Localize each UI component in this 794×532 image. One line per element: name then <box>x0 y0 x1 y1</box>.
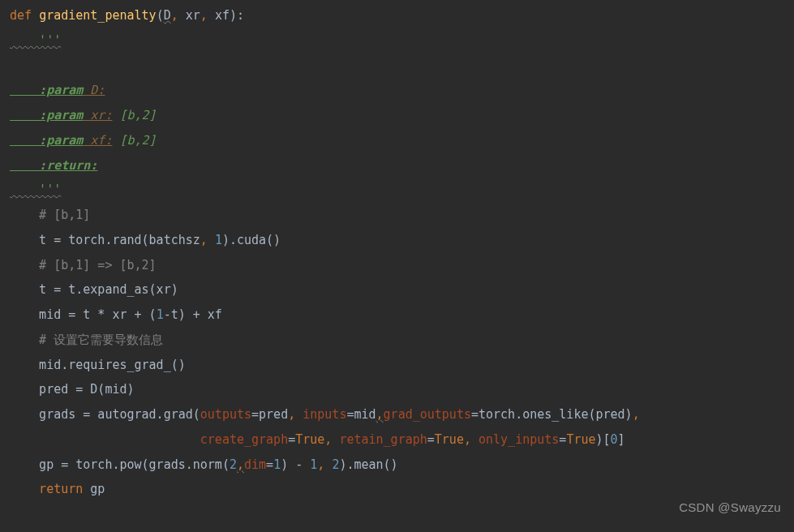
line-blank <box>10 54 794 79</box>
line-l4: mid.requires_grad_() <box>10 353 794 378</box>
line-doc-p3: :param xf: [b,2] <box>10 128 794 153</box>
line-c3: # 设置它需要导数信息 <box>10 328 794 353</box>
line-l3: mid = t * xr + (1-t) + xf <box>10 302 794 328</box>
line-def: def gradient_penalty(D, xr, xf): <box>10 3 794 28</box>
line-c2: # [b,1] => [b,2] <box>10 253 794 278</box>
line-doc-p1: :param D: <box>10 78 794 103</box>
line-l7: create_graph=True, retain_graph=True, on… <box>10 427 794 453</box>
line-c1: # [b,1] <box>10 203 794 228</box>
line-doc-p2: :param xr: [b,2] <box>10 103 794 128</box>
line-ret: return gp <box>10 477 794 502</box>
line-docclose: ''' <box>10 178 794 203</box>
line-l1: t = torch.rand(batchsz, 1).cuda() <box>10 228 794 253</box>
line-l6: grads = autograd.grad(outputs=pred, inpu… <box>10 402 794 427</box>
line-l5: pred = D(mid) <box>10 377 794 402</box>
line-l2: t = t.expand_as(xr) <box>10 277 794 302</box>
line-l8: gp = torch.pow(grads.norm(2,dim=1) - 1, … <box>10 453 794 478</box>
code-editor[interactable]: def gradient_penalty(D, xr, xf): ''' :pa… <box>10 3 794 502</box>
line-docopen: ''' <box>10 28 794 54</box>
line-doc-ret: :return: <box>10 153 794 178</box>
watermark: CSDN @Swayzzu <box>679 496 781 521</box>
